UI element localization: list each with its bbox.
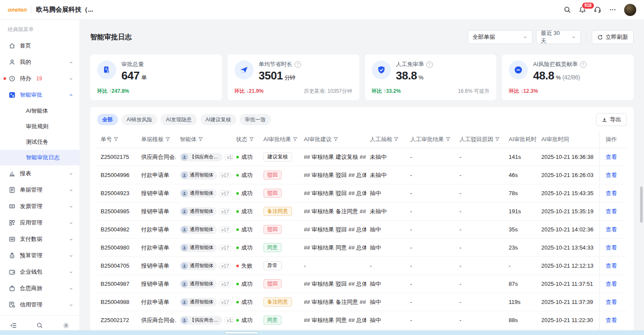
filter-funnel-icon[interactable] xyxy=(293,137,298,142)
sidebar-item-budget-mgmt[interactable]: 预算管理 xyxy=(0,247,79,264)
cell-action: 查看 xyxy=(600,166,627,184)
date-range-select[interactable]: 最近 30 天 xyxy=(536,30,581,44)
view-link[interactable]: 查看 xyxy=(606,299,617,305)
agent-version-tag: v17 xyxy=(219,209,231,215)
agent-version-tag: v17 xyxy=(219,227,231,233)
horizontal-scrollbar-thumb[interactable] xyxy=(225,331,258,334)
cell-manual-sampling: 未抽中 xyxy=(366,148,407,166)
view-link[interactable]: 查看 xyxy=(606,208,617,215)
cell-manual-sampling: 未抽中 xyxy=(366,202,407,221)
cell-manual-sampling: 抽中 xyxy=(366,239,407,257)
cell-ai-result: 驳回 xyxy=(260,221,301,239)
filter-chip[interactable]: AI建议复核 xyxy=(200,114,236,125)
table-row: B25004982 付款申请单 通用智能体v17 成功 驳回 ## 审核结果 驳… xyxy=(97,221,627,239)
sidebar: 经典版菜单 首页 我的 待办 19 智能审批 xyxy=(0,20,80,335)
filter-funnel-icon[interactable] xyxy=(114,137,118,142)
notification-bell-icon[interactable]: 918 xyxy=(579,6,586,13)
filter-funnel-icon[interactable] xyxy=(394,137,399,142)
sidebar-subitem-ai-agent[interactable]: AI智能体 xyxy=(0,103,79,119)
sidebar-item-wallet[interactable]: 企业钱包 xyxy=(0,264,79,280)
cell-ai-time: 2025-10-21 12:12:13 xyxy=(538,257,600,275)
filter-chip[interactable]: 审批一致 xyxy=(240,114,271,125)
view-link[interactable]: 查看 xyxy=(606,190,617,196)
column-label: 状态 xyxy=(236,136,247,142)
view-link[interactable]: 查看 xyxy=(606,226,617,233)
agent-version-tag: v17 xyxy=(219,190,231,196)
filter-funnel-icon[interactable] xyxy=(165,137,170,142)
sidebar-item-report[interactable]: 报表 xyxy=(0,165,79,182)
search-icon[interactable] xyxy=(564,6,571,13)
view-link[interactable]: 查看 xyxy=(606,244,617,251)
cell-manual-sampling: 抽中 xyxy=(366,293,407,311)
ai-result-badge: 备注同意 xyxy=(263,297,292,307)
view-link[interactable]: 查看 xyxy=(606,317,617,323)
horizontal-scrollbar-track[interactable] xyxy=(0,330,644,335)
sidebar-subitem-approval-log[interactable]: 智能审批日志 xyxy=(0,150,79,165)
status-dot xyxy=(236,156,239,158)
sidebar-item-todo[interactable]: 待办 19 xyxy=(0,70,79,87)
more-icon[interactable] xyxy=(609,6,616,13)
agent-pill: 【供应商合同... xyxy=(180,316,222,325)
cell-manual-sampling: 抽中 xyxy=(366,184,407,202)
cell-order-no: B25004985 xyxy=(97,202,138,221)
sidebar-item-travel[interactable]: 合思商旅 xyxy=(0,280,79,297)
cell-status: 成功 xyxy=(233,275,260,293)
status-label: 成功 xyxy=(241,190,253,196)
filter-funnel-icon[interactable] xyxy=(249,137,254,142)
filter-funnel-icon[interactable] xyxy=(495,137,500,142)
sidebar-item-label: 报表 xyxy=(20,170,31,177)
status-label: 成功 xyxy=(241,208,253,215)
vertical-scrollbar-thumb[interactable] xyxy=(640,186,643,223)
cell-reject-reason: - xyxy=(456,202,505,221)
sidebar-subitem-approval-rules[interactable]: 审批规则 xyxy=(0,119,79,134)
stat-card-approvals: 审批总量 647单 环比 ↑247.8% xyxy=(90,54,222,100)
file-search-icon xyxy=(9,301,16,308)
help-icon[interactable]: ? xyxy=(426,61,433,68)
sidebar-item-payment-data[interactable]: 支付数据 xyxy=(0,231,79,247)
column-label: 人工抽检 xyxy=(370,136,392,142)
collapse-sidebar-icon[interactable] xyxy=(10,322,17,329)
help-icon[interactable]: ? xyxy=(580,61,587,68)
agent-name: 通用智能体 xyxy=(190,172,213,178)
export-button[interactable]: 导出 xyxy=(596,113,627,126)
sidebar-item-home[interactable]: 首页 xyxy=(0,38,79,54)
cell-action: 查看 xyxy=(600,257,627,275)
approval-doc-icon xyxy=(97,60,116,79)
cell-ai-time: 2025-10-21 16:36:38 xyxy=(538,148,600,166)
sidebar-subitem-test-tasks[interactable]: 测试任务 xyxy=(0,134,79,150)
cell-manual-result: - xyxy=(407,257,456,275)
sidebar-item-mine[interactable]: 我的 xyxy=(0,54,79,70)
sidebar-item-invoice-mgmt[interactable]: 发票管理 xyxy=(0,198,79,215)
status-dot xyxy=(236,283,239,285)
filter-funnel-icon[interactable] xyxy=(333,137,338,142)
filter-chip[interactable]: AI错放风险 xyxy=(121,114,157,125)
headset-icon[interactable] xyxy=(594,6,601,13)
bills-filter-select[interactable]: 全部单据 xyxy=(468,30,533,44)
cell-manual-result: - xyxy=(407,239,456,257)
view-link[interactable]: 查看 xyxy=(606,154,617,160)
cell-ai-time: 2025-10-21 13:54:33 xyxy=(538,239,600,257)
status-dot xyxy=(236,228,239,231)
view-link[interactable]: 查看 xyxy=(606,172,617,178)
refresh-button[interactable]: 立即刷新 xyxy=(592,30,634,44)
company-title[interactable]: 欧马腾会展科技（... xyxy=(36,6,93,14)
sidebar-item-app-mgmt[interactable]: 应用管理 xyxy=(0,215,79,231)
sidebar-search-icon[interactable] xyxy=(36,322,43,329)
view-link[interactable]: 查看 xyxy=(606,281,617,287)
view-link[interactable]: 查看 xyxy=(606,262,617,269)
settings-gear-icon[interactable] xyxy=(63,322,70,329)
cell-template: 付款申请单 xyxy=(138,239,177,257)
sidebar-item-credit-mgmt[interactable]: 信用管理 xyxy=(0,297,79,313)
user-avatar[interactable] xyxy=(624,4,636,16)
filter-chip[interactable]: 全部 xyxy=(97,114,118,125)
help-icon[interactable]: ? xyxy=(295,61,301,68)
agent-avatar-icon xyxy=(181,244,188,251)
column-label: AI审批时间 xyxy=(541,136,569,142)
sidebar-item-doc-mgmt[interactable]: 单据管理 xyxy=(0,182,79,198)
ai-result-badge: 驳回 xyxy=(263,225,282,234)
filter-funnel-icon[interactable] xyxy=(198,137,203,142)
cell-order-no: Z25002175 xyxy=(97,148,138,166)
filter-chip[interactable]: AI发现隐患 xyxy=(161,114,197,125)
filter-funnel-icon[interactable] xyxy=(446,137,450,142)
sidebar-item-smart-approval[interactable]: 智能审批 xyxy=(0,87,79,103)
